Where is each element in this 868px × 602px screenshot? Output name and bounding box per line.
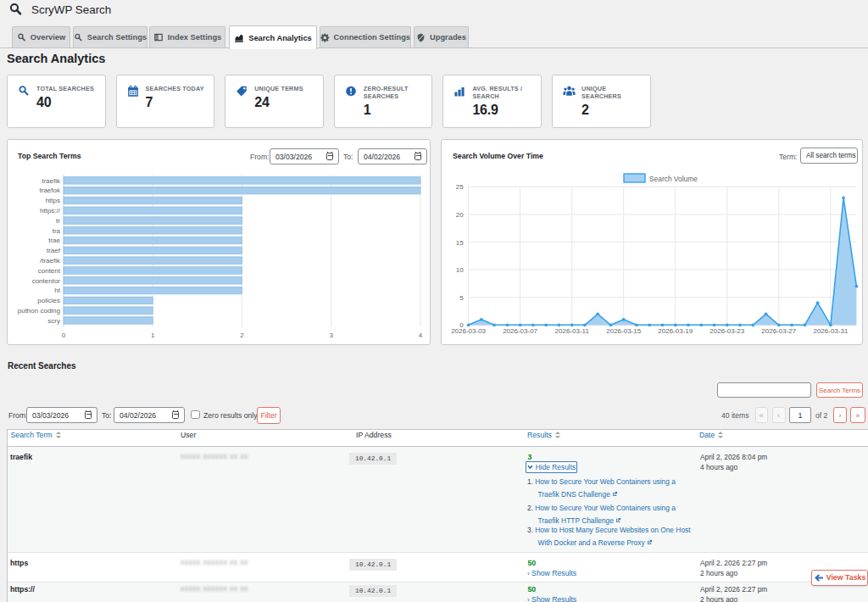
svg-text:5: 5 (459, 294, 464, 302)
svg-text:scry: scry (47, 317, 60, 325)
svg-text:2026-03-27: 2026-03-27 (761, 327, 796, 335)
svg-text:ht: ht (54, 287, 60, 294)
svg-text:2026-03-15: 2026-03-15 (606, 327, 641, 335)
svg-text:2026-03-07: 2026-03-07 (503, 327, 537, 335)
svg-text:policies: policies (37, 297, 60, 304)
svg-text:traefok: traefok (40, 187, 61, 194)
svg-text:2026-03-19: 2026-03-19 (658, 327, 693, 335)
svg-text:traef: traef (47, 247, 61, 254)
svg-text:2: 2 (240, 332, 244, 339)
svg-text:2026-03-31: 2026-03-31 (813, 327, 848, 335)
svg-text:15: 15 (456, 239, 464, 247)
svg-text:trae: trae (48, 237, 60, 244)
svg-text:4: 4 (419, 332, 423, 339)
svg-text:25: 25 (456, 183, 464, 191)
svg-text:traefik: traefik (42, 177, 61, 185)
svg-text:3: 3 (330, 332, 334, 339)
svg-text:puthon coding: puthon coding (18, 307, 60, 315)
svg-text:2026-03-23: 2026-03-23 (709, 327, 744, 335)
svg-text:10: 10 (456, 266, 464, 274)
svg-text:1: 1 (151, 332, 155, 339)
svg-text:https://: https:// (40, 207, 61, 215)
svg-text:https: https (46, 197, 60, 204)
svg-text:contentor: contentor (32, 277, 61, 285)
svg-text:Search Volume: Search Volume (649, 175, 698, 183)
svg-text:tra: tra (53, 227, 61, 235)
svg-text:20: 20 (456, 211, 464, 219)
svg-text:2026-03-03: 2026-03-03 (451, 327, 486, 335)
svg-text:0: 0 (62, 332, 66, 339)
svg-text:tr: tr (56, 217, 60, 225)
svg-text:content: content (38, 267, 61, 275)
svg-text:/traefik: /traefik (40, 257, 61, 265)
svg-text:2026-03-11: 2026-03-11 (555, 327, 590, 335)
